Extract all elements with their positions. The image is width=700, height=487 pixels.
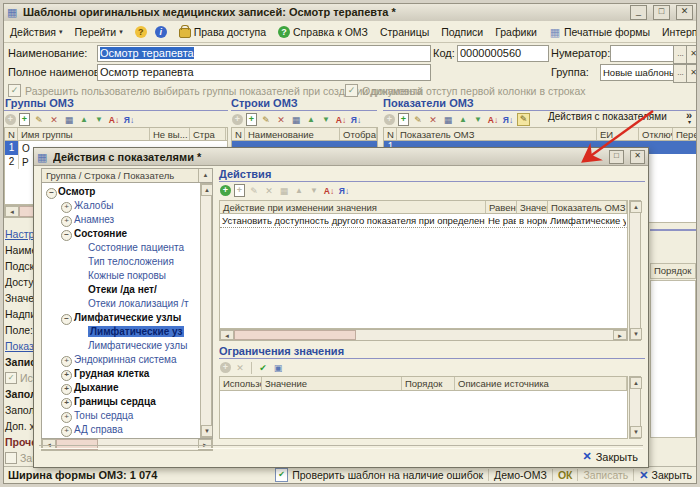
maximize-button[interactable]: □	[653, 5, 670, 20]
tree-expander-icon[interactable]: +	[61, 384, 72, 395]
add-new-icon[interactable]: +	[246, 113, 257, 126]
save-button[interactable]: Записать	[583, 469, 628, 481]
scrollbar-thumb[interactable]	[234, 330, 356, 340]
sort-asc-icon[interactable]: А↓	[323, 185, 335, 197]
toolbar-item-2[interactable]: ?	[131, 24, 151, 40]
sort-desc-icon[interactable]: Я↓	[350, 114, 362, 126]
special-icon[interactable]: ✎	[517, 113, 530, 126]
scroll-up-icon[interactable]: ▲	[198, 169, 212, 182]
column-header-0[interactable]: N	[5, 128, 18, 140]
checkbox-checked-icon[interactable]: ✓	[5, 372, 17, 384]
toolbar-item-9[interactable]: ▦Печатные формы	[545, 24, 654, 40]
down-icon[interactable]: ▼	[320, 114, 332, 126]
scroll-up-icon[interactable]: ▲	[630, 377, 642, 389]
add-new-icon[interactable]: +	[398, 113, 409, 126]
sort-asc-icon[interactable]: А↓	[487, 114, 499, 126]
delete-icon[interactable]: ✕	[275, 114, 287, 126]
toolbar-item-8[interactable]: Графики	[491, 24, 541, 40]
tree-expander-icon[interactable]: +	[61, 356, 72, 367]
add-icon[interactable]: +	[220, 185, 231, 196]
edit-icon[interactable]: ✎	[412, 114, 424, 126]
tree-expander-icon[interactable]: −	[46, 188, 57, 199]
scroll-down-icon[interactable]: ▼	[630, 426, 642, 438]
down-icon[interactable]: ▼	[472, 114, 484, 126]
tree-item[interactable]: Лимфатические уз	[42, 325, 200, 339]
column-header-0[interactable]: Действие при изменении значения	[220, 201, 486, 213]
save-icon[interactable]: ▦	[290, 114, 302, 126]
up-icon[interactable]: ▲	[457, 114, 469, 126]
restrictions-table[interactable]	[219, 391, 628, 439]
tree-expander-icon[interactable]: +	[61, 202, 72, 213]
sort-asc-icon[interactable]: А↓	[335, 114, 347, 126]
tree-expander-icon[interactable]: +	[61, 426, 72, 437]
tree-expander-icon[interactable]: +	[61, 370, 72, 381]
sort-desc-icon[interactable]: Я↓	[502, 114, 514, 126]
down-icon[interactable]: ▼	[93, 114, 105, 126]
scroll-right-icon[interactable]: ►	[613, 330, 627, 340]
tree-item[interactable]: Лимфатические узлы	[42, 339, 200, 353]
delete-icon[interactable]: ✕	[48, 114, 60, 126]
scroll-down-icon[interactable]: ▼	[201, 425, 213, 437]
actions-hscrollbar[interactable]: ◄ ►	[219, 329, 628, 341]
actions-vscrollbar[interactable]: ▲ ▼	[629, 200, 641, 341]
tree-item[interactable]: +Грудная клетка	[42, 367, 200, 381]
tree-expander-icon[interactable]: +	[61, 216, 72, 227]
edit-icon[interactable]: ✎	[33, 114, 45, 126]
column-header-2[interactable]: Порядок	[402, 377, 455, 390]
tree-item[interactable]: Отеки локализация /т	[42, 297, 200, 311]
scroll-left-icon[interactable]: ◄	[5, 206, 19, 217]
tree-expander-icon[interactable]: −	[61, 230, 72, 241]
poryadok-column-header[interactable]: Порядок	[650, 263, 696, 279]
cube-icon[interactable]: ▣	[272, 362, 284, 374]
checkbox-icon[interactable]	[5, 452, 17, 464]
checkbox-checked-icon[interactable]: ✓	[8, 84, 21, 97]
chevron-down-icon[interactable]: ▾	[688, 118, 691, 125]
close-form-button[interactable]: ✕ Закрыть	[639, 469, 692, 482]
actions-table[interactable]: Установить доступность другого показател…	[219, 214, 628, 329]
close-button[interactable]: ✕	[676, 5, 693, 20]
tree-item[interactable]: +АД справа	[42, 423, 200, 437]
toolbar-item-0[interactable]: Действия▾	[6, 24, 67, 40]
save-icon[interactable]: ▦	[63, 114, 75, 126]
tree-item[interactable]: +Эндокринная система	[42, 353, 200, 367]
column-header-2[interactable]: ЕИ	[597, 128, 639, 140]
tree-item[interactable]: −Осмотр	[42, 185, 200, 199]
column-header-1[interactable]: Значение	[262, 377, 402, 390]
add-new-icon[interactable]: +	[19, 113, 30, 126]
tree-item[interactable]: Состояние пациента	[42, 241, 200, 255]
scroll-down-icon[interactable]: ▼	[630, 328, 642, 340]
up-icon[interactable]: ▲	[305, 114, 317, 126]
table-row[interactable]: Установить доступность другого показател…	[220, 214, 627, 228]
group-input[interactable]: Новые шаблоны ВЭК	[600, 64, 678, 81]
dialog-close-button[interactable]: ✕	[630, 150, 645, 164]
column-header-0[interactable]: N	[384, 128, 397, 140]
column-header-1[interactable]: Показатель ОМЗ	[397, 128, 597, 140]
restrictions-vscrollbar[interactable]: ▲ ▼	[629, 376, 641, 439]
ok-button[interactable]: ОК	[558, 469, 573, 481]
check-template-button[interactable]: ✔ Проверить шаблон на наличие ошибок	[275, 468, 483, 482]
sort-desc-icon[interactable]: Я↓	[123, 114, 135, 126]
fullname-input[interactable]: Осмотр терапевта	[97, 64, 431, 81]
tree-item[interactable]: −Состояние	[42, 227, 200, 241]
edit-icon[interactable]: ✎	[260, 114, 272, 126]
column-header-1[interactable]: Равенст...	[486, 201, 517, 213]
checkbox-checked-icon[interactable]: ✓	[345, 84, 358, 97]
column-header-0[interactable]: Использо...	[220, 377, 262, 390]
tree-item[interactable]: −Лимфатические узлы	[42, 311, 200, 325]
check-icon[interactable]: ✔	[257, 362, 269, 374]
tree-item[interactable]: +Границы сердца	[42, 395, 200, 409]
tree-item[interactable]: Тип телосложения	[42, 255, 200, 269]
toolbar-item-5[interactable]: ?Справка к ОМЗ	[274, 24, 372, 40]
tree-expander-icon[interactable]: +	[61, 398, 72, 409]
tree-expander-icon[interactable]: +	[61, 412, 72, 423]
tree-expander-icon[interactable]: −	[61, 314, 72, 325]
column-header-3[interactable]: Показатель ОМЗ	[548, 201, 627, 213]
toolbar-item-10[interactable]: Интерпретации	[658, 24, 700, 40]
scroll-up-icon[interactable]: ▲	[630, 201, 642, 213]
tree-item[interactable]: Отеки /да нет/	[42, 283, 200, 297]
column-header-0[interactable]: N	[232, 128, 245, 140]
toolbar-item-4[interactable]: Права доступа	[175, 23, 270, 40]
column-header-4[interactable]: Перен...	[673, 128, 697, 140]
column-header-3[interactable]: Описание источника	[455, 377, 627, 390]
delete-icon[interactable]: ✕	[427, 114, 439, 126]
